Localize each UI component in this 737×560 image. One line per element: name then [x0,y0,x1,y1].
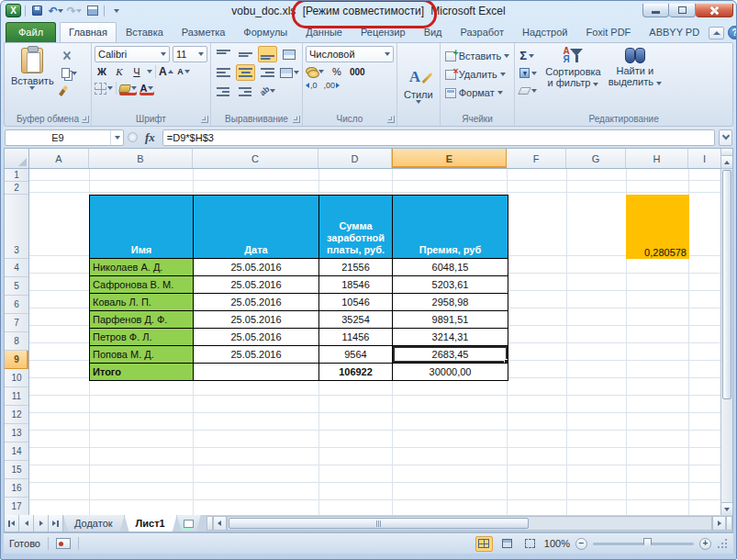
fill-button[interactable] [518,65,539,81]
cell-d6[interactable]: 10546 [319,294,393,311]
cell-c10[interactable] [194,364,319,381]
save-button[interactable] [29,4,45,17]
name-box-dropdown[interactable] [110,130,123,145]
cell-b6[interactable]: Коваль Л. П. [90,294,194,311]
cell-e5[interactable]: 5203,61 [393,276,508,294]
chevron-down-icon[interactable] [147,70,152,73]
shrink-font-button[interactable]: A [176,64,191,79]
clear-button[interactable] [518,83,539,98]
cell-d5[interactable]: 18546 [319,276,393,294]
cell-c4[interactable]: 25.05.2016 [194,259,319,276]
dialog-launcher-icon[interactable] [387,116,395,123]
cell-e6[interactable]: 2958,98 [393,294,508,311]
select-all-corner[interactable] [5,149,29,168]
col-header-e[interactable]: E [392,149,507,168]
zoom-slider[interactable] [593,543,694,545]
tab-addins[interactable]: Надстрой [513,22,576,42]
cell-b8[interactable]: Петров Ф. Л. [90,329,194,346]
styles-button[interactable]: Стили [400,66,437,106]
bold-button[interactable]: Ж [95,64,109,79]
align-left-button[interactable] [214,64,233,81]
font-name-select[interactable]: Calibri [95,46,170,62]
zoom-level[interactable]: 100% [544,538,570,549]
cell-e10-total[interactable]: 30000,00 [393,364,508,381]
font-color-button[interactable]: А [140,81,154,95]
insert-cells-button[interactable]: Вставить [443,48,512,64]
tab-foxit-pdf[interactable]: Foxit PDF [576,22,640,42]
cell-d10-total[interactable]: 106922 [319,364,393,381]
row-header-17[interactable]: 17 [5,498,28,515]
page-layout-view-button[interactable] [498,536,516,552]
header-date[interactable]: Дата [194,196,319,259]
format-cells-button[interactable]: Формат [443,84,512,101]
dialog-launcher-icon[interactable] [82,116,89,123]
restore-button[interactable] [669,4,696,17]
row-header-8[interactable]: 8 [5,332,28,351]
minimize-button[interactable] [642,4,669,17]
row-header-1[interactable]: 1 [5,169,28,182]
cell-b10-total[interactable]: Итого [90,364,194,381]
orientation-button[interactable]: ab [258,83,277,99]
hscroll-split-handle[interactable] [726,516,732,531]
zoom-slider-thumb[interactable] [643,538,652,549]
hscroll-right-button[interactable] [712,516,726,531]
last-sheet-button[interactable] [49,515,63,532]
cell-e8[interactable]: 3214,31 [393,329,508,346]
header-bonus[interactable]: Премия, руб [393,196,508,259]
insert-worksheet-button[interactable] [177,515,201,532]
cell-c7[interactable]: 25.05.2016 [194,311,319,329]
collapse-ribbon-button[interactable] [709,27,724,39]
align-top-button[interactable] [214,46,233,62]
cell-c9[interactable]: 25.05.2016 [194,346,319,364]
scroll-up-button[interactable] [721,156,732,169]
row-header-14[interactable]: 14 [5,442,28,461]
hscroll-left-button[interactable] [213,516,227,531]
italic-button[interactable]: К [112,64,127,79]
cell-h3-coefficient[interactable]: 0,280578 [626,195,689,259]
autosum-button[interactable]: Σ [518,48,539,63]
col-header-g[interactable]: G [566,149,626,168]
tab-developer[interactable]: Разработ [452,22,513,42]
record-macro-icon[interactable] [56,538,71,549]
delete-cells-button[interactable]: Удалить [443,66,512,83]
tab-file[interactable]: Файл [6,22,56,42]
cell-e4[interactable]: 6048,15 [393,259,508,276]
cell-c5[interactable]: 25.05.2016 [194,276,319,294]
cell-d8[interactable]: 11456 [319,329,393,346]
col-header-d[interactable]: D [318,149,392,168]
formula-input[interactable]: =D9*$H$3 [162,129,715,146]
paste-button[interactable]: Вставить [7,46,58,92]
percent-style-button[interactable]: % [329,64,344,79]
cells-area[interactable]: Имя Дата Сумма заработной платы, руб. Пр… [29,169,720,515]
tab-split-handle[interactable] [207,516,213,531]
expand-formula-bar-button[interactable] [719,129,732,146]
close-button[interactable] [696,4,733,17]
header-salary[interactable]: Сумма заработной платы, руб. [319,196,393,259]
align-bottom-button[interactable] [258,46,277,62]
row-header-3[interactable]: 3 [5,195,28,259]
next-sheet-button[interactable] [34,515,49,532]
prev-sheet-button[interactable] [19,515,34,532]
wrap-text-button[interactable] [280,46,299,62]
sort-filter-button[interactable]: А Я Сортировка и фильтр [542,46,604,89]
fill-color-button[interactable] [119,81,137,95]
row-header-2[interactable]: 2 [5,182,28,195]
table-view-button[interactable] [84,4,100,17]
col-header-b[interactable]: B [89,149,193,168]
row-header-7[interactable]: 7 [5,314,28,332]
col-header-c[interactable]: C [193,149,318,168]
help-button[interactable] [728,26,737,39]
tab-insert[interactable]: Вставка [117,22,173,42]
cell-b5[interactable]: Сафронова В. М. [90,276,194,294]
number-format-select[interactable]: Числовой [306,46,394,62]
col-header-h[interactable]: H [626,149,688,168]
row-header-10[interactable]: 10 [5,369,28,387]
copy-button[interactable] [60,65,79,81]
col-header-f[interactable]: F [507,149,566,168]
normal-view-button[interactable] [475,536,493,552]
vertical-split-handle[interactable] [721,149,732,156]
align-right-button[interactable] [258,64,277,81]
horizontal-scroll-thumb[interactable] [229,518,529,529]
col-header-i[interactable]: I [688,149,720,168]
header-name[interactable]: Имя [90,196,194,259]
